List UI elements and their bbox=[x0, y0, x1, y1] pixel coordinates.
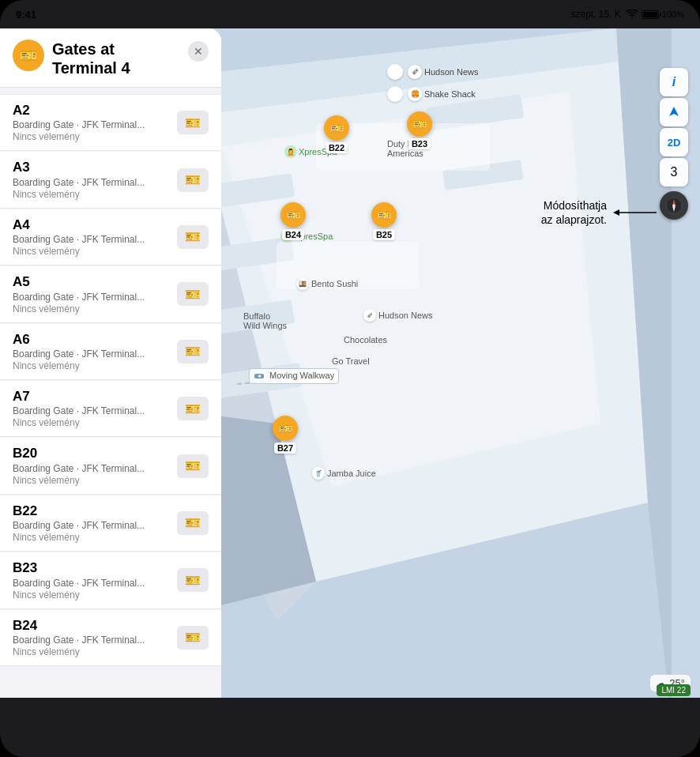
gate-subtitle: Boarding Gate · JFK Terminal... bbox=[13, 119, 163, 130]
gate-item-a3[interactable]: A3 Boarding Gate · JFK Terminal... Nincs… bbox=[0, 152, 221, 208]
gate-review: Nincs vélemény bbox=[13, 475, 171, 486]
gate-pin-B24[interactable]: 🎫 B24 bbox=[280, 202, 306, 240]
svg-marker-24 bbox=[613, 209, 619, 216]
poi-chocolates: Chocolates bbox=[344, 335, 387, 345]
ipad-frame: 9:41 szept. 15. K 100% bbox=[0, 0, 700, 757]
gate-review: Nincs vélemény bbox=[13, 189, 171, 200]
side-panel: 🎫 Gates at Terminal 4 ✕ A2 Boarding Gate… bbox=[0, 28, 221, 698]
gate-name: B22 bbox=[13, 503, 171, 519]
gate-item-b24[interactable]: B24 Boarding Gate · JFK Terminal... Ninc… bbox=[0, 610, 221, 666]
gate-info: A7 Boarding Gate · JFK Terminal... Nincs… bbox=[13, 389, 171, 428]
gate-ticket-icon: 🎫 bbox=[177, 568, 209, 592]
gate-name: A3 bbox=[13, 160, 171, 175]
gate-subtitle: Boarding Gate · JFK Terminal... bbox=[13, 635, 163, 646]
wifi-icon bbox=[626, 9, 638, 19]
gate-name: A2 bbox=[13, 103, 171, 119]
map-controls: i 2D 3 bbox=[660, 68, 688, 220]
moving-walkway-label: Moving Walkway bbox=[249, 368, 339, 384]
gate-item-b20[interactable]: B20 Boarding Gate · JFK Terminal... Ninc… bbox=[0, 438, 221, 494]
gate-subtitle: Boarding Gate · JFK Terminal... bbox=[13, 292, 163, 303]
info-button[interactable]: i bbox=[660, 68, 688, 96]
gate-review: Nincs vélemény bbox=[13, 360, 171, 371]
close-button[interactable]: ✕ bbox=[188, 41, 209, 62]
gate-item-a2[interactable]: A2 Boarding Gate · JFK Terminal... Nincs… bbox=[0, 94, 221, 151]
poi-go-travel: Go Travel bbox=[332, 356, 370, 366]
compass-button[interactable] bbox=[660, 191, 688, 220]
gate-review: Nincs vélemény bbox=[13, 646, 171, 657]
gate-name: A7 bbox=[13, 389, 171, 405]
battery-icon bbox=[642, 10, 659, 19]
gate-info: A3 Boarding Gate · JFK Terminal... Nincs… bbox=[13, 160, 171, 199]
lmi-badge: LMI 22 bbox=[657, 684, 691, 696]
annotation-text: Módosíthatjaaz alaprajzot. bbox=[541, 198, 607, 227]
annotation-line bbox=[613, 208, 657, 217]
gate-list[interactable]: A2 Boarding Gate · JFK Terminal... Nincs… bbox=[0, 88, 221, 698]
poi-hudson-news-mid: 🗞 Hudson News bbox=[363, 309, 432, 322]
gate-ticket-icon: 🎫 bbox=[177, 454, 209, 478]
gate-ticket-icon: 🎫 bbox=[177, 340, 209, 363]
poi-bento-sushi: 🍱 Bento Sushi bbox=[296, 277, 358, 290]
direction-button[interactable] bbox=[660, 98, 688, 126]
gate-subtitle: Boarding Gate · JFK Terminal... bbox=[13, 463, 163, 474]
floor-selector[interactable]: 3 bbox=[660, 158, 688, 186]
annotation: Módosíthatjaaz alaprajzot. bbox=[541, 198, 657, 227]
status-time: 9:41 bbox=[16, 9, 36, 21]
gate-name: A4 bbox=[13, 217, 171, 233]
gate-name: B23 bbox=[13, 560, 171, 576]
gate-ticket-icon: 🎫 bbox=[177, 225, 209, 249]
gate-info: A4 Boarding Gate · JFK Terminal... Nincs… bbox=[13, 217, 171, 257]
status-bar: 9:41 szept. 15. K 100% bbox=[0, 0, 700, 28]
gate-item-a4[interactable]: A4 Boarding Gate · JFK Terminal... Nincs… bbox=[0, 209, 221, 266]
gate-ticket-icon: 🎫 bbox=[177, 111, 209, 134]
gate-item-a7[interactable]: A7 Boarding Gate · JFK Terminal... Nincs… bbox=[0, 381, 221, 437]
compass-icon bbox=[665, 197, 683, 214]
gate-info: B24 Boarding Gate · JFK Terminal... Ninc… bbox=[13, 618, 171, 657]
walkway-icon bbox=[254, 371, 265, 382]
gate-item-b23[interactable]: B23 Boarding Gate · JFK Terminal... Ninc… bbox=[0, 552, 221, 608]
gate-pin-B25[interactable]: 🎫 B25 bbox=[371, 202, 397, 240]
panel-header: 🎫 Gates at Terminal 4 ✕ bbox=[0, 28, 221, 88]
gate-pin-B27[interactable]: 🎫 B27 bbox=[273, 416, 298, 454]
panel-gate-icon: 🎫 bbox=[13, 40, 44, 71]
gate-info: A6 Boarding Gate · JFK Terminal... Nincs… bbox=[13, 332, 171, 371]
status-right: szept. 15. K 100% bbox=[570, 9, 684, 20]
gate-pin-B22[interactable]: 🎫 B22 bbox=[324, 115, 349, 153]
poi-shake-shack: 🍔 Shake Shack bbox=[387, 86, 476, 102]
gate-ticket-icon: 🎫 bbox=[177, 397, 209, 420]
gate-name: A5 bbox=[13, 274, 171, 290]
camera-dot bbox=[347, 8, 353, 14]
direction-icon bbox=[667, 105, 681, 119]
gate-subtitle: Boarding Gate · JFK Terminal... bbox=[13, 177, 163, 188]
battery-percent: 100% bbox=[662, 9, 684, 19]
gate-name: B20 bbox=[13, 446, 171, 461]
poi-buffalo-wild-wings: BuffaloWild Wings bbox=[243, 311, 287, 330]
gate-review: Nincs vélemény bbox=[13, 589, 171, 601]
gate-review: Nincs vélemény bbox=[13, 532, 171, 543]
gate-subtitle: Boarding Gate · JFK Terminal... bbox=[13, 348, 163, 360]
gate-pin-B23[interactable]: 🎫 B23 bbox=[407, 111, 432, 149]
svg-point-22 bbox=[673, 205, 676, 207]
svg-marker-18 bbox=[669, 107, 679, 116]
gate-item-a6[interactable]: A6 Boarding Gate · JFK Terminal... Nincs… bbox=[0, 324, 221, 380]
gate-subtitle: Boarding Gate · JFK Terminal... bbox=[13, 405, 163, 416]
gate-ticket-icon: 🎫 bbox=[177, 282, 209, 306]
gate-info: A2 Boarding Gate · JFK Terminal... Nincs… bbox=[13, 103, 171, 142]
gate-name: B24 bbox=[13, 618, 171, 634]
gate-info: B23 Boarding Gate · JFK Terminal... Ninc… bbox=[13, 560, 171, 600]
gate-ticket-icon: 🎫 bbox=[177, 626, 209, 650]
gate-subtitle: Boarding Gate · JFK Terminal... bbox=[13, 578, 163, 589]
gate-review: Nincs vélemény bbox=[13, 246, 171, 257]
status-icons: 100% bbox=[626, 9, 684, 19]
view-2d-button[interactable]: 2D bbox=[660, 128, 688, 156]
gate-ticket-icon: 🎫 bbox=[177, 168, 209, 192]
gate-subtitle: Boarding Gate · JFK Terminal... bbox=[13, 520, 163, 531]
panel-title: Gates at Terminal 4 bbox=[52, 40, 180, 77]
gate-info: A5 Boarding Gate · JFK Terminal... Nincs… bbox=[13, 274, 171, 314]
gate-review: Nincs vélemény bbox=[13, 417, 171, 428]
poi-hudson-news-top: 🗞 Hudson News bbox=[387, 64, 478, 80]
gate-item-b22[interactable]: B22 Boarding Gate · JFK Terminal... Ninc… bbox=[0, 495, 221, 552]
gate-info: B22 Boarding Gate · JFK Terminal... Ninc… bbox=[13, 503, 171, 543]
gate-item-a5[interactable]: A5 Boarding Gate · JFK Terminal... Nincs… bbox=[0, 266, 221, 322]
status-date: szept. 15. K bbox=[570, 9, 620, 20]
gate-subtitle: Boarding Gate · JFK Terminal... bbox=[13, 234, 163, 245]
